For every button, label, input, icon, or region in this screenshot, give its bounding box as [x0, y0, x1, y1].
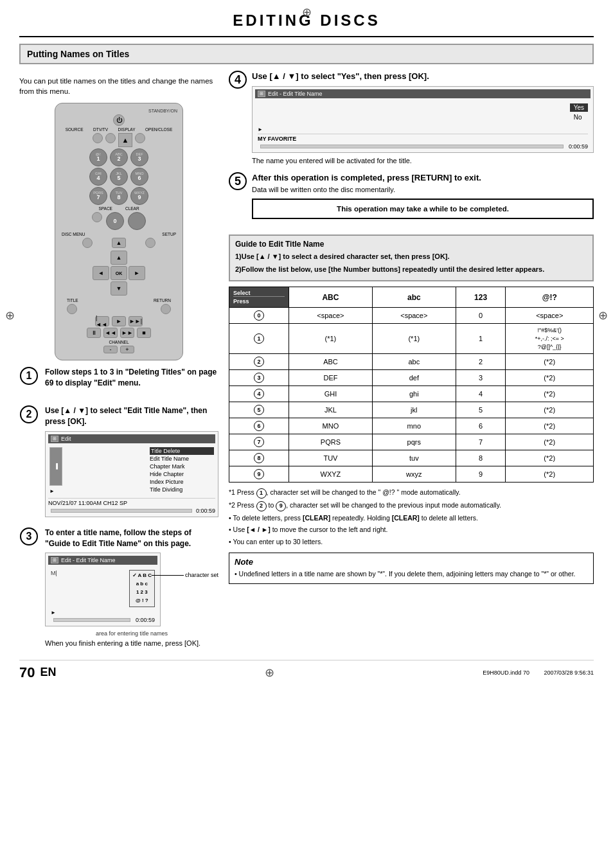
menu-footer-label: NOV/21/07 11:00AM CH12 SP [48, 500, 127, 506]
table-special-1: !"#$%&'()*+,-./: ;<= >?@[]^_{|} [506, 324, 594, 354]
remote-btn-9: WXYZ 9 [130, 187, 148, 205]
menu-item-chapter-mark: Chapter Mark [150, 463, 214, 470]
table-key-7: 7 [229, 434, 289, 450]
main-content: You can put title names on the titles an… [19, 71, 594, 653]
table-key-8: 8 [229, 450, 289, 466]
table-num-9: 9 [456, 466, 506, 483]
table-abclower-5: jkl [372, 402, 456, 418]
step-5-circle: 5 [229, 172, 247, 190]
remote-stop-btn: ■ [137, 328, 151, 338]
char-table: Select Press ABC abc 123 @!? 0 <space> <… [229, 287, 594, 483]
char-abc: ✓ A B C [132, 572, 152, 580]
top-crosshair: ⊕ [302, 5, 312, 19]
table-header-abc: ABC [289, 287, 373, 308]
table-row-2: 2 ABC abc 2 (*2) [229, 354, 594, 370]
note-box-title: Note [235, 557, 588, 567]
dialog-play-indicator: ► [258, 127, 588, 132]
guide-item-2-text: 2)Follow the list below, use [the Number… [235, 265, 544, 273]
step-5-content: After this operation is completed, press… [252, 172, 594, 224]
remote-disc-menu-label: DISC MENU [62, 232, 85, 236]
footer-date: 2007/03/28 9:56:31 [544, 669, 594, 676]
intro-text: You can put title names on the titles an… [19, 76, 218, 96]
page-footer: 70 EN ⊕ E9H80UD.indd 70 2007/03/28 9:56:… [19, 660, 594, 681]
menu-left: ▐ ► [49, 447, 147, 494]
table-special-9: (*2) [506, 466, 594, 483]
note-num-2: 2 [256, 501, 267, 511]
remote-ff-btn: ►► [120, 328, 134, 338]
remote-setup-label: SETUP [162, 232, 176, 236]
guide-item-2: 2)Follow the list below, use [the Number… [235, 264, 587, 275]
remote-nav-empty-tr [129, 251, 145, 265]
remote-btn-2: ABC 2 [110, 148, 128, 166]
page-number: 70 [19, 664, 35, 681]
table-abclower-2: abc [372, 354, 456, 370]
step-1: 1 Follow steps 1 to 3 in "Deleting Title… [19, 367, 218, 399]
menu-body: ▐ ► Title Delete Edit Title Name Chapter… [48, 446, 215, 495]
remote-disc-setup-btns: ▲ [60, 238, 177, 248]
remote-standby-label: STANDBY/ON [60, 109, 177, 113]
remote-open-btn: ▲ [118, 133, 132, 147]
step-2-num: 2 [19, 405, 39, 438]
step-1-content: Follow steps 1 to 3 in "Deleting Titles"… [45, 367, 218, 391]
char-set-indicator: character set [152, 572, 218, 578]
remote-title-label: TITLE [67, 298, 78, 303]
menu-progress-row: 0:00:59 [48, 508, 215, 514]
remote-right-btn: ► [129, 266, 145, 280]
warning-box: This operation may take a while to be co… [252, 199, 594, 219]
note-clear-hold-bold: [CLEAR] [392, 514, 420, 522]
note-num-1: 1 [256, 488, 267, 499]
table-special-0: <space> [506, 308, 594, 324]
table-abc-1: (*1) [289, 324, 373, 354]
remote-clear-btn [128, 212, 146, 230]
step-3-text: To enter a title name, follow the steps … [45, 527, 218, 549]
table-key-1: 1 [229, 324, 289, 354]
step-2-circle: 2 [20, 405, 38, 423]
table-special-8: (*2) [506, 450, 594, 466]
remote-close-btn [135, 133, 145, 143]
remote-control: STANDBY/ON ⏻ SOURCE DTV/TV DISPLAY OPEN/… [55, 103, 183, 360]
remote-return-btn [161, 304, 171, 314]
remote-zero-row: 0 [60, 212, 177, 230]
num-circle-5: 5 [254, 405, 264, 415]
finish-text: When you finish entering a title name, p… [45, 639, 218, 647]
table-special-5: (*2) [506, 402, 594, 418]
num-circle-3: 3 [254, 373, 264, 383]
remote-nav-area: ▲ ◄ OK ► ▼ [60, 251, 177, 296]
remote-source-btns: ▲ [60, 133, 177, 147]
guide-title: Guide to Edit Title Name [235, 240, 587, 249]
menu-progress-bar [51, 509, 192, 513]
step-4-title: Use [▲ / ▼] to select "Yes", then press … [252, 71, 594, 82]
table-key-9: 9 [229, 466, 289, 483]
dialog-progress-row: 0:00:59 [258, 143, 588, 150]
footer-filename: E9H80UD.indd 70 [483, 669, 529, 676]
left-crosshair-middle: ⊕ [5, 308, 15, 323]
table-row-8: 8 TUV tuv 8 (*2) [229, 450, 594, 466]
note-3: • To delete letters, press [CLEAR] repea… [229, 513, 594, 524]
remote-next-btn: ►►| [129, 316, 143, 326]
table-abclower-4: ghi [372, 386, 456, 402]
guide-item-1-text: 1)Use [▲ / ▼] to select a desired charac… [235, 252, 450, 260]
num-circle-7: 7 [254, 437, 264, 447]
remote-up-btn: ▲ [111, 251, 127, 265]
remote-dtv-btn [105, 133, 116, 143]
step-2-content: Use [▲ / ▼] to select "Edit Title Name",… [45, 405, 218, 521]
table-header-abc-lower: abc [372, 287, 456, 308]
table-special-2: (*2) [506, 354, 594, 370]
table-row-9: 9 WXYZ wxyz 9 (*2) [229, 466, 594, 483]
remote-rew-btn: ◄◄ [103, 328, 118, 338]
notes-list: *1 Press 1, character set will be change… [229, 488, 594, 547]
dialog-fav-label: MY FAVORITE [258, 136, 296, 142]
step-4-dialog: ⊞ Edit - Edit Title Name Yes No ► MY FAV… [252, 86, 594, 153]
remote-ch-minus: - [103, 346, 118, 353]
char-set-arrow-line [152, 575, 184, 576]
remote-dtv-label: DTV/TV [93, 127, 108, 132]
guide-section: Guide to Edit Title Name 1)Use [▲ / ▼] t… [229, 235, 594, 281]
remote-channel-btns: - + [60, 346, 177, 353]
table-row-0: 0 <space> <space> 0 <space> [229, 308, 594, 324]
step-5: 5 After this operation is completed, pre… [229, 172, 594, 224]
remote-num-row-2: GHI 4 JKL 5 MNO 6 [60, 168, 177, 186]
table-num-2: 2 [456, 354, 506, 370]
remote-btn-3: DEF 3 [130, 148, 148, 166]
char-set-label: character set [185, 572, 218, 578]
dialog-options: Yes No [570, 103, 588, 124]
